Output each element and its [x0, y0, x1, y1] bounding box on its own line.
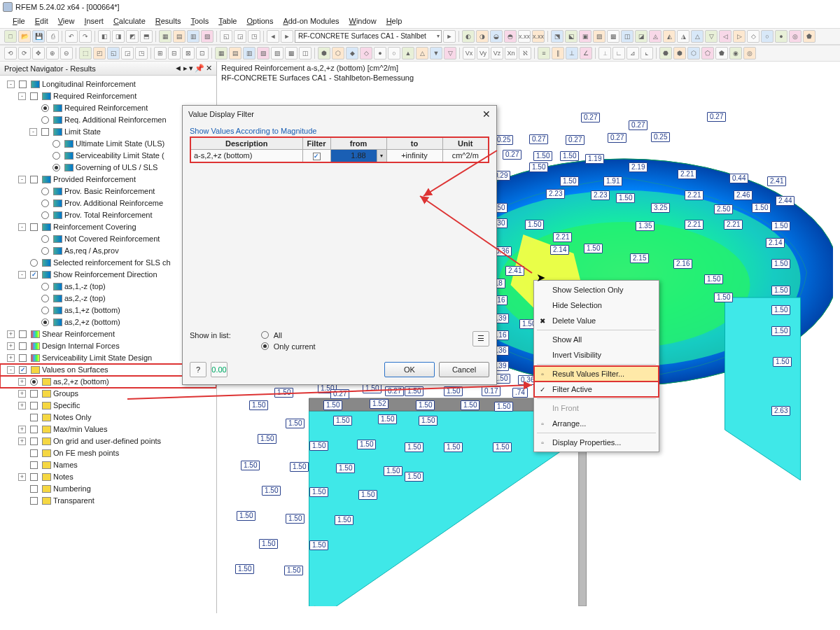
tbtn-i[interactable]: ◱ — [220, 30, 232, 43]
tbtn-y[interactable]: ◪ — [635, 30, 648, 43]
cancel-button[interactable]: Cancel — [439, 362, 489, 377]
menu-file[interactable]: File — [8, 15, 29, 27]
value-label[interactable]: 1.35 — [636, 221, 654, 231]
menubar[interactable]: FileEditViewInsertCalculateResultsToolsT… — [0, 14, 840, 28]
ctx-show-all[interactable]: Show All — [534, 332, 659, 347]
value-label[interactable]: 1.50 — [773, 357, 792, 367]
ctx-result-values-filter---[interactable]: ▫Result Values Filter... — [534, 366, 659, 382]
value-label[interactable]: 0.27 — [503, 150, 522, 160]
tbtn-o[interactable]: ◒ — [490, 30, 503, 43]
tbtn-e[interactable]: ▦ — [159, 30, 172, 43]
value-label[interactable]: 0.27 — [529, 134, 548, 144]
value-label[interactable]: 1.50 — [249, 400, 268, 410]
value-label[interactable]: 0.25 — [651, 132, 670, 142]
t2-aa[interactable]: ○ — [388, 47, 400, 59]
value-label[interactable]: 1.50 — [616, 193, 635, 203]
menu-calculate[interactable]: Calculate — [109, 15, 150, 27]
tbtn-aa[interactable]: ◭ — [663, 30, 676, 43]
value-label[interactable]: 2.46 — [734, 190, 752, 200]
value-label[interactable]: 1.50 — [262, 486, 281, 496]
t2-ah[interactable]: Vz — [491, 47, 503, 59]
value-label[interactable]: 1.50 — [309, 540, 328, 550]
value-label[interactable]: 1.50 — [493, 442, 512, 452]
t2-w[interactable]: ⬡ — [332, 47, 344, 59]
tbtn-new[interactable]: □ — [4, 30, 17, 43]
tbtn-ai[interactable]: ● — [775, 30, 788, 43]
t2-d[interactable]: ⊕ — [46, 47, 59, 59]
tbtn-a[interactable]: ◧ — [98, 30, 111, 43]
tbtn-d[interactable]: ⬒ — [140, 30, 153, 43]
tree-item[interactable]: +Specific — [0, 400, 216, 412]
cell-filter[interactable] — [302, 150, 330, 162]
tbtn-z[interactable]: ◬ — [649, 30, 662, 43]
menu-insert[interactable]: Insert — [80, 15, 108, 27]
value-label[interactable]: 2.14 — [766, 238, 785, 248]
value-label[interactable]: 1.50 — [309, 487, 328, 497]
tbtn-w[interactable]: ▩ — [607, 30, 620, 43]
menu-results[interactable]: Results — [151, 15, 186, 27]
tbtn-p[interactable]: ◓ — [504, 30, 517, 43]
value-label[interactable]: 0.27 — [608, 133, 626, 143]
t2-n[interactable]: ⊡ — [196, 47, 209, 59]
t2-at[interactable]: ⬢ — [673, 47, 686, 59]
t2-x[interactable]: ◆ — [346, 47, 358, 59]
t2-k[interactable]: ⊞ — [154, 47, 167, 59]
value-label[interactable]: 2.21 — [685, 220, 704, 230]
value-label[interactable]: .74 — [512, 388, 528, 398]
t2-ai[interactable]: Xn — [505, 47, 517, 59]
tree-item[interactable]: +Max/min Values — [0, 424, 216, 435]
help-button[interactable]: ? — [190, 362, 206, 377]
context-menu[interactable]: Show Selection OnlyHide Selection✖Delete… — [533, 280, 659, 452]
tbtn-l[interactable]: ► — [443, 30, 456, 43]
ctx-arrange---[interactable]: ▫Arrange... — [534, 416, 659, 431]
tbtn-ab[interactable]: ◮ — [677, 30, 690, 43]
value-display-filter-dialog[interactable]: Value Display Filter ✕ Show Values Accor… — [182, 105, 497, 385]
value-label[interactable]: 2.21 — [553, 232, 572, 242]
t2-ab[interactable]: ▲ — [402, 47, 414, 59]
value-label[interactable]: 1.50 — [704, 274, 723, 284]
tbtn-g[interactable]: ▥ — [187, 30, 200, 43]
value-label[interactable]: 1.50 — [333, 416, 352, 426]
value-label[interactable]: 1.50 — [771, 221, 790, 231]
value-label[interactable]: 1.50 — [405, 442, 424, 452]
t2-aw[interactable]: ⬟ — [715, 47, 728, 59]
tbtn-v[interactable]: ▨ — [593, 30, 606, 43]
value-label[interactable]: 1.50 — [241, 461, 260, 470]
t2-y[interactable]: ◇ — [360, 47, 372, 59]
value-label[interactable]: 2.14 — [550, 245, 569, 255]
radio-all[interactable]: All — [259, 331, 316, 340]
t2-p[interactable]: ▤ — [229, 47, 241, 59]
tbtn-k[interactable]: ◳ — [248, 30, 260, 43]
t2-ag[interactable]: Vy — [477, 47, 489, 59]
t2-ay[interactable]: ◎ — [743, 47, 756, 59]
value-label[interactable]: 2.21 — [724, 220, 743, 230]
t2-m[interactable]: ⊠ — [182, 47, 195, 59]
value-label[interactable]: 2.19 — [629, 162, 648, 172]
value-label[interactable]: 1.50 — [771, 286, 790, 295]
menu-view[interactable]: View — [54, 15, 79, 27]
tbtn-ae[interactable]: ◁ — [719, 30, 732, 43]
t2-ax[interactable]: ◉ — [729, 47, 742, 59]
filter-table[interactable]: Description Filter from to Unit a-s,2,+z… — [190, 136, 489, 163]
value-label[interactable]: 3.25 — [651, 203, 670, 213]
t2-ap[interactable]: ∟ — [612, 47, 625, 59]
ctx-display-properties---[interactable]: ▫Display Properties... — [534, 435, 659, 450]
value-label[interactable]: 2.23 — [591, 190, 610, 200]
value-label[interactable]: 1.50 — [237, 511, 255, 521]
tbtn-t[interactable]: ⬕ — [565, 30, 578, 43]
value-label[interactable]: 1.50 — [384, 466, 402, 476]
t2-f[interactable]: ⬚ — [79, 47, 92, 59]
t2-z[interactable]: ● — [374, 47, 386, 59]
value-label[interactable]: 1.50 — [771, 259, 790, 269]
t2-as[interactable]: ⬣ — [659, 47, 672, 59]
t2-ao[interactable]: ⟂ — [598, 47, 611, 59]
menu-table[interactable]: Table — [214, 15, 241, 27]
t2-h[interactable]: ◱ — [107, 47, 120, 59]
value-label[interactable]: 1.50 — [259, 539, 278, 549]
t2-ac[interactable]: △ — [416, 47, 428, 59]
radio-only-current[interactable]: Only current — [259, 342, 316, 351]
value-label[interactable]: 2.63 — [771, 406, 790, 416]
value-label[interactable]: 1.50 — [357, 440, 376, 449]
value-label[interactable]: 1.50 — [258, 434, 276, 444]
value-label[interactable]: 2.44 — [776, 196, 794, 206]
